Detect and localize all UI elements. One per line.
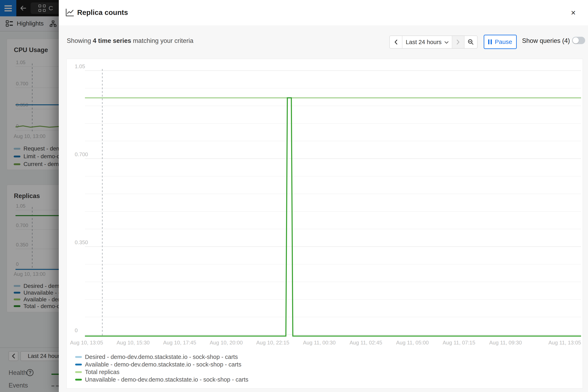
- svg-text:Aug 11, 09:30: Aug 11, 09:30: [489, 340, 522, 346]
- legend-swatch: [75, 379, 82, 380]
- svg-text:Aug 11, 13:05: Aug 11, 13:05: [548, 340, 581, 346]
- zoom-out-icon: [468, 39, 474, 45]
- chevron-right-icon: [456, 40, 460, 44]
- svg-text:Aug 10, 17:45: Aug 10, 17:45: [163, 340, 196, 346]
- modal-header: Replica counts ×: [59, 0, 588, 25]
- pause-button[interactable]: Pause: [484, 35, 517, 49]
- legend-swatch: [75, 371, 82, 373]
- replica-counts-chart[interactable]: 1.050.7000.3500Aug 10, 13:05Aug 10, 15:3…: [66, 59, 583, 351]
- modal-title: Replica counts: [77, 8, 128, 16]
- replica-counts-chart-panel: 1.050.7000.3500Aug 10, 13:05Aug 10, 15:3…: [66, 59, 583, 388]
- svg-text:Aug 10, 20:00: Aug 10, 20:00: [210, 340, 243, 346]
- chart-controls: Last 24 hours: [59, 25, 588, 52]
- time-step-back-button[interactable]: [390, 36, 402, 48]
- svg-text:Aug 11, 02:45: Aug 11, 02:45: [350, 340, 382, 346]
- modal-backdrop[interactable]: [0, 0, 59, 392]
- close-icon[interactable]: ×: [569, 8, 578, 17]
- show-queries-label: Show queries (4): [522, 37, 570, 44]
- legend-item[interactable]: Unavailable - demo-dev.demo.stackstate.i…: [75, 376, 248, 384]
- svg-text:Aug 10, 13:05: Aug 10, 13:05: [70, 340, 103, 346]
- pause-icon: [488, 40, 492, 44]
- svg-text:1.05: 1.05: [75, 63, 85, 70]
- legend-swatch: [75, 364, 82, 366]
- chevron-left-icon: [394, 40, 398, 44]
- app-root: C Highlights: [0, 0, 588, 392]
- legend-item[interactable]: Total replicas: [75, 368, 248, 376]
- svg-text:0.700: 0.700: [75, 151, 88, 158]
- time-step-forward-button[interactable]: [452, 36, 464, 48]
- legend-item[interactable]: Desired - demo-dev.demo.stackstate.io - …: [75, 353, 248, 361]
- time-navigation-group: Last 24 hours: [389, 36, 478, 48]
- show-queries-toggle[interactable]: [572, 37, 585, 44]
- chart-legend: Desired - demo-dev.demo.stackstate.io - …: [75, 353, 248, 384]
- zoom-out-button[interactable]: [464, 36, 477, 48]
- toggle-knob: [573, 37, 579, 44]
- svg-text:Aug 11, 07:15: Aug 11, 07:15: [443, 340, 475, 346]
- svg-text:0: 0: [75, 327, 78, 334]
- svg-text:Aug 10, 22:15: Aug 10, 22:15: [256, 340, 289, 346]
- time-range-value: Last 24 hours: [406, 39, 442, 46]
- replica-counts-modal: Replica counts × Showing 4 time series m…: [59, 0, 588, 392]
- line-chart-icon: [65, 8, 74, 18]
- legend-swatch: [75, 356, 82, 358]
- svg-text:0.350: 0.350: [75, 239, 88, 246]
- legend-item[interactable]: Available - demo-dev.demo.stackstate.io …: [75, 361, 248, 368]
- modal-body: Showing 4 time series matching your crit…: [59, 25, 588, 392]
- time-range-dropdown[interactable]: Last 24 hours: [402, 36, 452, 48]
- svg-text:Aug 11, 00:30: Aug 11, 00:30: [303, 340, 336, 346]
- chevron-down-icon: [444, 41, 448, 44]
- svg-text:Aug 11, 05:00: Aug 11, 05:00: [396, 340, 429, 346]
- svg-text:Aug 10, 15:30: Aug 10, 15:30: [116, 340, 150, 346]
